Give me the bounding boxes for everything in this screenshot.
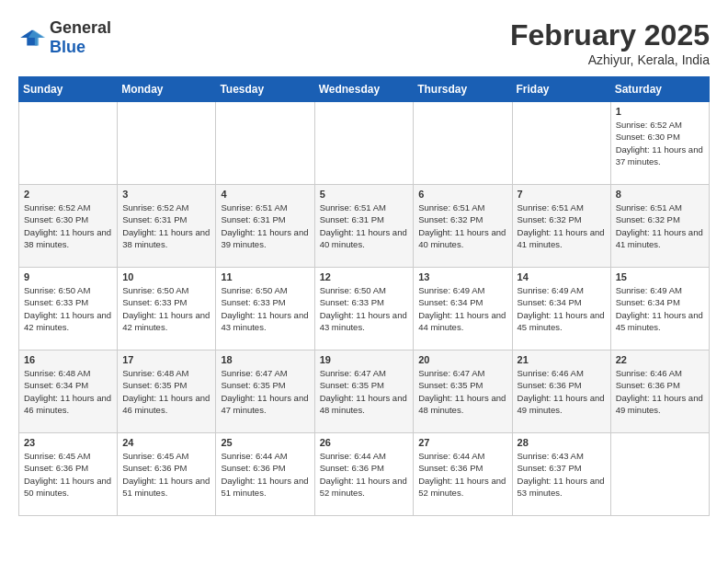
table-row [118,102,216,185]
day-content: Sunrise: 6:51 AM Sunset: 6:32 PM Dayligh… [418,201,506,250]
table-row: 28Sunrise: 6:43 AM Sunset: 6:37 PM Dayli… [512,433,610,516]
logo: General Blue [18,18,111,57]
col-wednesday: Wednesday [314,77,414,102]
table-row: 6Sunrise: 6:51 AM Sunset: 6:32 PM Daylig… [414,185,512,268]
calendar-week-1: 1Sunrise: 6:52 AM Sunset: 6:30 PM Daylig… [19,102,710,185]
day-content: Sunrise: 6:43 AM Sunset: 6:37 PM Dayligh… [518,450,606,499]
col-sunday: Sunday [19,77,118,102]
table-row: 5Sunrise: 6:51 AM Sunset: 6:31 PM Daylig… [314,185,414,268]
table-row: 7Sunrise: 6:51 AM Sunset: 6:32 PM Daylig… [512,185,610,268]
table-row: 26Sunrise: 6:44 AM Sunset: 6:36 PM Dayli… [314,433,414,516]
day-number: 22 [616,354,704,365]
table-row [610,433,709,516]
col-friday: Friday [512,77,610,102]
day-number: 20 [418,354,506,365]
day-number: 24 [122,437,210,448]
calendar-table: Sunday Monday Tuesday Wednesday Thursday… [18,76,710,516]
day-number: 27 [418,437,506,448]
logo-icon [18,29,46,47]
day-content: Sunrise: 6:44 AM Sunset: 6:36 PM Dayligh… [221,450,309,499]
day-number: 12 [320,271,409,282]
table-row: 19Sunrise: 6:47 AM Sunset: 6:35 PM Dayli… [314,350,414,433]
col-saturday: Saturday [610,77,709,102]
day-content: Sunrise: 6:46 AM Sunset: 6:36 PM Dayligh… [518,367,606,416]
day-content: Sunrise: 6:50 AM Sunset: 6:33 PM Dayligh… [320,284,409,333]
location: Azhiyur, Kerala, India [510,52,710,67]
table-row [414,102,512,185]
day-number: 2 [24,189,112,200]
day-number: 25 [221,437,309,448]
table-row: 16Sunrise: 6:48 AM Sunset: 6:34 PM Dayli… [19,350,118,433]
col-monday: Monday [118,77,216,102]
day-number: 5 [320,189,409,200]
logo-blue: Blue [50,38,85,56]
col-thursday: Thursday [414,77,512,102]
day-content: Sunrise: 6:52 AM Sunset: 6:30 PM Dayligh… [616,119,704,167]
table-row: 22Sunrise: 6:46 AM Sunset: 6:36 PM Dayli… [610,350,709,433]
table-row: 14Sunrise: 6:49 AM Sunset: 6:34 PM Dayli… [512,268,610,350]
calendar-week-5: 23Sunrise: 6:45 AM Sunset: 6:36 PM Dayli… [19,433,710,516]
day-number: 11 [221,271,309,282]
day-content: Sunrise: 6:49 AM Sunset: 6:34 PM Dayligh… [518,284,606,333]
table-row: 3Sunrise: 6:52 AM Sunset: 6:31 PM Daylig… [118,185,216,268]
day-number: 21 [518,354,606,365]
day-content: Sunrise: 6:49 AM Sunset: 6:34 PM Dayligh… [616,284,704,333]
table-row: 25Sunrise: 6:44 AM Sunset: 6:36 PM Dayli… [216,433,314,516]
day-number: 18 [221,354,309,365]
day-content: Sunrise: 6:47 AM Sunset: 6:35 PM Dayligh… [221,367,309,416]
logo-text: General Blue [50,18,111,57]
day-number: 17 [122,354,210,365]
day-content: Sunrise: 6:48 AM Sunset: 6:35 PM Dayligh… [122,367,210,416]
table-row [314,102,414,185]
day-number: 15 [616,271,704,282]
day-number: 3 [122,189,210,200]
calendar-week-2: 2Sunrise: 6:52 AM Sunset: 6:30 PM Daylig… [19,185,710,268]
table-row: 9Sunrise: 6:50 AM Sunset: 6:33 PM Daylig… [19,268,118,350]
day-number: 13 [418,271,506,282]
table-row: 8Sunrise: 6:51 AM Sunset: 6:32 PM Daylig… [610,185,709,268]
day-number: 9 [24,271,112,282]
page-header: General Blue February 2025 Azhiyur, Kera… [18,18,710,67]
day-content: Sunrise: 6:50 AM Sunset: 6:33 PM Dayligh… [221,284,309,333]
table-row: 21Sunrise: 6:46 AM Sunset: 6:36 PM Dayli… [512,350,610,433]
day-content: Sunrise: 6:51 AM Sunset: 6:32 PM Dayligh… [616,201,704,250]
day-number: 8 [616,189,704,200]
table-row: 17Sunrise: 6:48 AM Sunset: 6:35 PM Dayli… [118,350,216,433]
table-row: 24Sunrise: 6:45 AM Sunset: 6:36 PM Dayli… [118,433,216,516]
table-row: 27Sunrise: 6:44 AM Sunset: 6:36 PM Dayli… [414,433,512,516]
table-row: 15Sunrise: 6:49 AM Sunset: 6:34 PM Dayli… [610,268,709,350]
table-row [512,102,610,185]
day-content: Sunrise: 6:45 AM Sunset: 6:36 PM Dayligh… [24,450,112,499]
day-content: Sunrise: 6:51 AM Sunset: 6:31 PM Dayligh… [320,201,409,250]
day-number: 7 [518,189,606,200]
day-content: Sunrise: 6:50 AM Sunset: 6:33 PM Dayligh… [122,284,210,333]
day-content: Sunrise: 6:50 AM Sunset: 6:33 PM Dayligh… [24,284,112,333]
title-section: February 2025 Azhiyur, Kerala, India [510,18,710,67]
calendar-header-row: Sunday Monday Tuesday Wednesday Thursday… [19,77,710,102]
day-number: 10 [122,271,210,282]
day-content: Sunrise: 6:51 AM Sunset: 6:32 PM Dayligh… [518,201,606,250]
day-content: Sunrise: 6:46 AM Sunset: 6:36 PM Dayligh… [616,367,704,416]
day-content: Sunrise: 6:52 AM Sunset: 6:30 PM Dayligh… [24,201,112,250]
day-number: 6 [418,189,506,200]
table-row: 1Sunrise: 6:52 AM Sunset: 6:30 PM Daylig… [610,102,709,185]
table-row: 11Sunrise: 6:50 AM Sunset: 6:33 PM Dayli… [216,268,314,350]
day-content: Sunrise: 6:52 AM Sunset: 6:31 PM Dayligh… [122,201,210,250]
table-row: 2Sunrise: 6:52 AM Sunset: 6:30 PM Daylig… [19,185,118,268]
month-title: February 2025 [510,18,710,52]
table-row: 20Sunrise: 6:47 AM Sunset: 6:35 PM Dayli… [414,350,512,433]
table-row [19,102,118,185]
day-number: 4 [221,189,309,200]
logo-general: General [50,18,111,37]
day-content: Sunrise: 6:47 AM Sunset: 6:35 PM Dayligh… [418,367,506,416]
table-row: 18Sunrise: 6:47 AM Sunset: 6:35 PM Dayli… [216,350,314,433]
table-row: 4Sunrise: 6:51 AM Sunset: 6:31 PM Daylig… [216,185,314,268]
calendar-week-4: 16Sunrise: 6:48 AM Sunset: 6:34 PM Dayli… [19,350,710,433]
day-content: Sunrise: 6:44 AM Sunset: 6:36 PM Dayligh… [418,450,506,499]
day-number: 26 [320,437,409,448]
day-number: 14 [518,271,606,282]
calendar-week-3: 9Sunrise: 6:50 AM Sunset: 6:33 PM Daylig… [19,268,710,350]
day-content: Sunrise: 6:49 AM Sunset: 6:34 PM Dayligh… [418,284,506,333]
day-content: Sunrise: 6:48 AM Sunset: 6:34 PM Dayligh… [24,367,112,416]
table-row: 12Sunrise: 6:50 AM Sunset: 6:33 PM Dayli… [314,268,414,350]
